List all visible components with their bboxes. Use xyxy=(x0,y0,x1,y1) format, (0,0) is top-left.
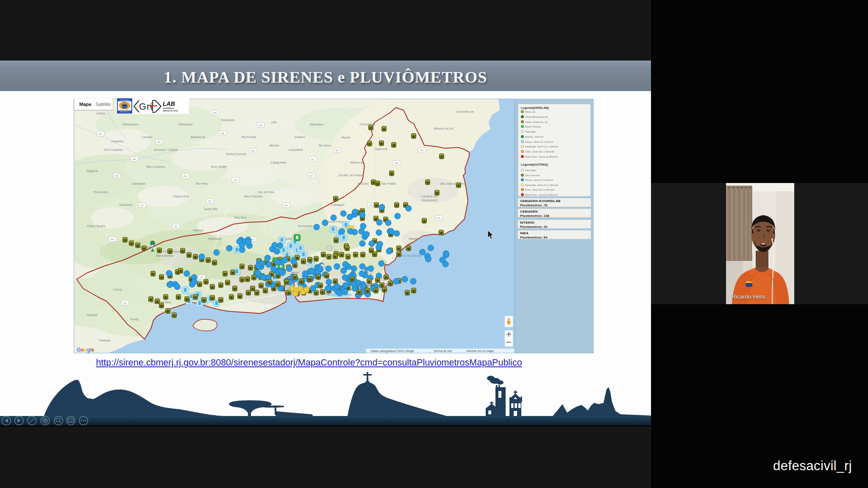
svg-text:Caldas: Caldas xyxy=(96,112,105,115)
svg-text:267: 267 xyxy=(99,133,103,135)
svg-text:267: 267 xyxy=(208,200,212,202)
svg-text:265: 265 xyxy=(221,132,225,135)
svg-text:www.cbmerj.rj: www.cbmerj.rj xyxy=(120,111,130,113)
svg-text:Cristina: Cristina xyxy=(167,148,178,151)
svg-text:Santos Dumont: Santos Dumont xyxy=(226,152,246,155)
svg-text:Miracema: Miracema xyxy=(351,161,364,164)
svg-text:Manhuaçu: Manhuaçu xyxy=(310,123,324,126)
svg-text:354: 354 xyxy=(157,141,161,143)
svg-text:Lambari: Lambari xyxy=(142,136,153,139)
svg-text:Cataguases: Cataguases xyxy=(270,161,287,164)
svg-text:Barra Mansa: Barra Mansa xyxy=(156,254,173,257)
svg-text:Dados cartográficos ©2021 Goog: Dados cartográficos ©2021 Google xyxy=(371,349,414,353)
svg-text:Cachoeiro de: Cachoeiro de xyxy=(456,110,474,113)
svg-text:356: 356 xyxy=(395,162,398,164)
svg-text:265: 265 xyxy=(251,150,255,152)
svg-text:120: 120 xyxy=(311,158,314,161)
svg-text:Passa Quatro: Passa Quatro xyxy=(87,225,106,228)
svg-text:São Fidélis: São Fidélis xyxy=(381,182,396,185)
svg-text:Vassouras: Vassouras xyxy=(208,237,222,240)
svg-text:Volta Redonda: Volta Redonda xyxy=(163,250,182,253)
svg-text:040: 040 xyxy=(284,204,288,207)
svg-text:Termos de Uso: Termos de Uso xyxy=(434,349,452,352)
svg-text:Passa Vinte: Passa Vinte xyxy=(173,195,189,198)
svg-text:Campanha: Campanha xyxy=(178,123,192,126)
svg-text:Santa Rita: Santa Rita xyxy=(204,208,218,211)
svg-text:Itaocara: Itaocara xyxy=(358,182,368,185)
svg-text:Guarani: Guarani xyxy=(295,136,305,139)
svg-text:Rio das Ostras: Rio das Ostras xyxy=(401,254,421,257)
svg-text:267: 267 xyxy=(140,204,144,207)
svg-text:Caxambu: Caxambu xyxy=(111,140,124,143)
svg-text:383: 383 xyxy=(115,175,119,177)
svg-text:Ubá: Ubá xyxy=(271,121,277,124)
svg-text:SISTEMAS E: SISTEMAS E xyxy=(163,107,175,109)
svg-text:POPULAÇÃO: POPULAÇÃO xyxy=(120,99,130,101)
svg-text:116: 116 xyxy=(200,276,203,279)
svg-text:Macaé: Macaé xyxy=(409,237,417,240)
svg-text:Cunha: Cunha xyxy=(113,288,122,291)
svg-text:Teresópolis: Teresópolis xyxy=(298,225,313,228)
svg-text:LAB: LAB xyxy=(163,100,175,107)
svg-text:116: 116 xyxy=(369,204,373,207)
svg-text:482: 482 xyxy=(420,149,424,152)
svg-text:Rio Preto: Rio Preto xyxy=(196,182,208,185)
svg-text:Barbacena: Barbacena xyxy=(191,136,205,139)
svg-text:Três Corações: Três Corações xyxy=(103,148,123,152)
svg-text:Mercês: Mercês xyxy=(270,144,279,147)
svg-text:Tiradentes: Tiradentes xyxy=(221,119,235,122)
svg-text:Mimoso do Sul: Mimoso do Sul xyxy=(434,127,454,130)
svg-text:Bom Jardim: Bom Jardim xyxy=(211,165,227,168)
svg-text:267: 267 xyxy=(310,175,314,177)
svg-text:120: 120 xyxy=(259,124,263,126)
svg-text:Cantagalo: Cantagalo xyxy=(331,203,345,207)
svg-text:Varginha: Varginha xyxy=(86,169,98,173)
svg-text:Rio Novo: Rio Novo xyxy=(319,144,331,147)
svg-text:Juiz de Fora: Juiz de Fora xyxy=(258,191,274,194)
svg-text:Além Paraíba: Além Paraíba xyxy=(244,195,262,198)
svg-text:Ubatuba: Ubatuba xyxy=(99,339,111,342)
svg-text:040: 040 xyxy=(234,179,237,181)
svg-text:Rio Pomba: Rio Pomba xyxy=(242,136,256,139)
svg-text:Paraty: Paraty xyxy=(130,318,139,321)
svg-text:Informar erro no mapa: Informar erro no mapa xyxy=(466,349,494,353)
svg-text:Aiuruoca: Aiuruoca xyxy=(154,148,166,151)
svg-text:Valença: Valença xyxy=(193,229,203,232)
svg-text:Três Rios: Três Rios xyxy=(234,216,247,219)
svg-text:101: 101 xyxy=(437,217,441,219)
svg-text:Cambuquira: Cambuquira xyxy=(122,123,138,126)
svg-text:494: 494 xyxy=(184,175,187,177)
svg-text:Itaperuna: Itaperuna xyxy=(375,147,387,151)
svg-text:354: 354 xyxy=(111,238,114,241)
svg-text:Taubaté: Taubaté xyxy=(87,313,97,316)
svg-text:SERVIÇOS LTDA: SERVIÇOS LTDA xyxy=(163,110,178,112)
svg-text:356: 356 xyxy=(335,149,339,152)
svg-text:383: 383 xyxy=(133,158,136,161)
svg-text:383: 383 xyxy=(213,111,217,114)
svg-text:Pouso Alto: Pouso Alto xyxy=(93,191,108,194)
svg-text:Google: Google xyxy=(77,347,95,353)
svg-text:Leopoldina: Leopoldina xyxy=(288,148,303,152)
svg-text:Muriaé: Muriaé xyxy=(341,136,351,139)
svg-text:Goytacazes: Goytacazes xyxy=(422,199,437,202)
svg-text:Itanhandu: Itanhandu xyxy=(119,203,132,206)
svg-text:393: 393 xyxy=(174,225,178,228)
svg-text:São Lourenço: São Lourenço xyxy=(146,165,165,169)
svg-text:Liberdade: Liberdade xyxy=(132,182,145,185)
svg-text:101: 101 xyxy=(123,302,127,304)
svg-text:Sto Ant. de Pádua: Sto Ant. de Pádua xyxy=(339,174,363,177)
